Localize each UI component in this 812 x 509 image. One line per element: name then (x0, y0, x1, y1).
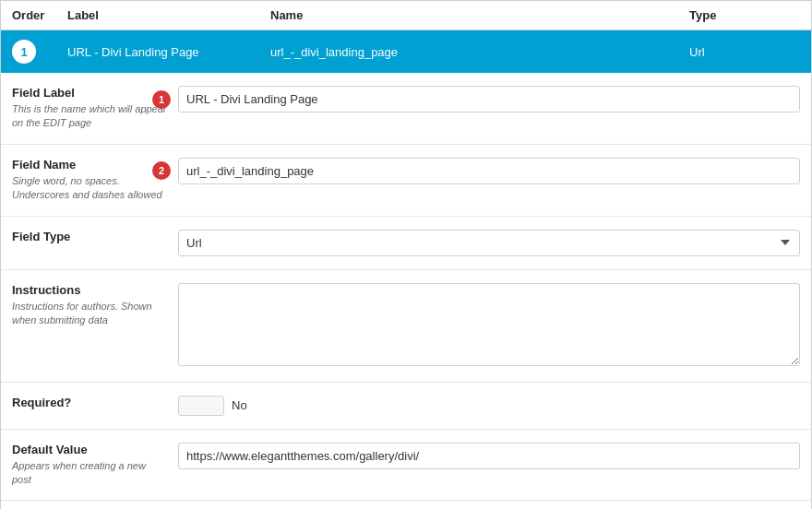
form-row-field-label: Field Label This is the name which will … (1, 73, 811, 145)
form-row-default-value: Default Value Appears when creating a ne… (1, 430, 811, 502)
toggle-on (179, 397, 201, 415)
field-type-title: Field Type (12, 230, 167, 243)
header-type: Type (689, 8, 800, 22)
instructions-control (178, 283, 800, 369)
required-block: Required? (12, 396, 178, 412)
field-type-block: Field Type (12, 230, 178, 246)
default-value-title: Default Value (12, 443, 167, 456)
field-label-title: Field Label (12, 86, 167, 100)
required-toggle-label: No (232, 398, 247, 412)
field-label-input[interactable] (178, 86, 800, 112)
header-order: Order (12, 8, 67, 22)
field-name-hint: Single word, no spaces. Underscores and … (12, 174, 167, 203)
header-name: Name (270, 8, 689, 22)
form-area: Field Label This is the name which will … (1, 73, 811, 509)
field-name-control-wrapper: 2 (178, 158, 800, 184)
field-type-select[interactable]: Url Text Textarea Number Email Password … (178, 230, 800, 256)
field-name-badge: 2 (152, 161, 171, 180)
table-row[interactable]: 1 URL - Divi Landing Page url_-_divi_lan… (1, 30, 811, 73)
form-row-field-name: Field Name Single word, no spaces. Under… (1, 145, 811, 217)
required-toggle[interactable] (178, 396, 224, 416)
form-row-field-type: Field Type Url Text Textarea Number Emai… (1, 217, 811, 270)
default-value-input[interactable] (178, 443, 800, 469)
required-title: Required? (12, 396, 167, 409)
field-label-block: Field Label This is the name which will … (12, 86, 178, 131)
field-label-badge: 1 (152, 90, 171, 109)
row-type: Url (689, 45, 800, 59)
field-label-hint: This is the name which will appear on th… (12, 102, 167, 131)
instructions-title: Instructions (12, 283, 167, 297)
field-name-input[interactable] (178, 158, 800, 184)
toggle-off (201, 397, 223, 415)
main-container: Order Label Name Type 1 URL - Divi Landi… (0, 0, 812, 509)
form-row-instructions: Instructions Instructions for authors. S… (1, 270, 811, 383)
form-row-required: Required? No (1, 383, 811, 430)
instructions-block: Instructions Instructions for authors. S… (12, 283, 178, 328)
required-control: No (178, 396, 800, 416)
header-label: Label (67, 8, 270, 22)
required-toggle-row: No (178, 396, 800, 416)
table-header: Order Label Name Type (1, 1, 811, 30)
order-circle: 1 (12, 40, 36, 64)
field-label-control-wrapper: 1 (178, 86, 800, 112)
instructions-hint: Instructions for authors. Shown when sub… (12, 300, 167, 328)
instructions-textarea[interactable] (178, 283, 800, 366)
row-name: url_-_divi_landing_page (270, 45, 689, 59)
field-name-title: Field Name (12, 158, 167, 172)
default-value-block: Default Value Appears when creating a ne… (12, 443, 178, 488)
field-type-control: Url Text Textarea Number Email Password … (178, 230, 800, 256)
default-value-control (178, 443, 800, 469)
field-name-block: Field Name Single word, no spaces. Under… (12, 158, 178, 203)
row-label: URL - Divi Landing Page (67, 45, 270, 59)
form-row-placeholder: Placeholder Text Appears within the inpu… (1, 501, 811, 509)
row-order: 1 (12, 40, 67, 64)
default-value-hint: Appears when creating a new post (12, 459, 167, 488)
